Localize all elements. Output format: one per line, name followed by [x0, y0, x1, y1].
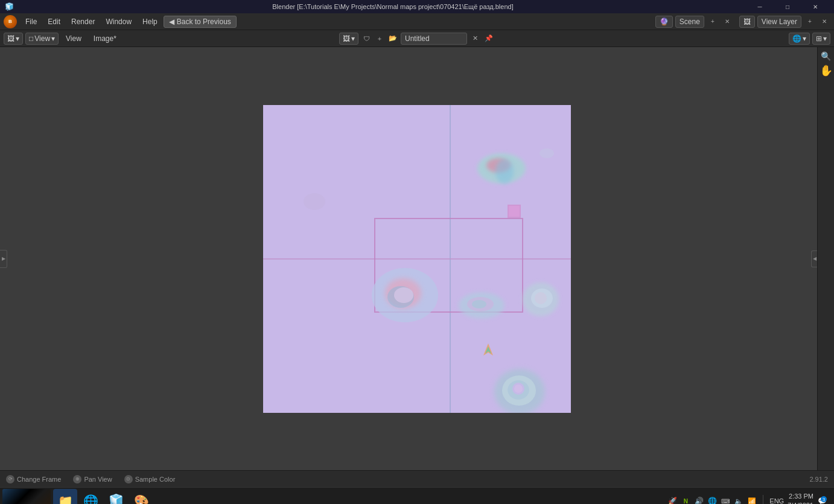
language-indicator[interactable]: ENG [769, 497, 784, 504]
environment-selector[interactable]: 🌐 ▾ [789, 33, 810, 45]
pan-view-icon: ⊕ [73, 475, 81, 483]
taskbar-app-paint[interactable]: 🎨 [129, 489, 153, 504]
svg-point-15 [472, 300, 486, 308]
title-bar-left: 🧊 [5, 2, 14, 11]
editor-type-arrow: ▾ [16, 34, 19, 43]
title-bar: 🧊 Blender [E:\Tutorials E\My Projects\No… [0, 0, 834, 13]
view-layer-new-icon[interactable]: + [804, 16, 816, 28]
change-frame-status: ⟳ Change Frame [6, 475, 61, 483]
image-name-controls: 🛡 + 📂 [360, 33, 399, 45]
scene-new-icon[interactable]: + [707, 16, 719, 28]
taskbar-apps: 📁 🌐 🧊 🎨 [51, 489, 156, 504]
zoom-icon: ⊞ [816, 34, 822, 43]
clock-date: 7/4/2021 [788, 501, 813, 504]
environment-icon: 🌐 [792, 34, 801, 43]
view-layer-type-selector[interactable]: 🖼 [739, 16, 755, 28]
view-arrow: ▾ [51, 34, 55, 43]
status-bar: ⟳ Change Frame ⊕ Pan View ⊙ Sample Color… [0, 470, 834, 487]
view-layer-type-icon: 🖼 [743, 18, 751, 26]
svg-point-30 [304, 193, 325, 210]
zoom-arrow: ▾ [823, 34, 827, 43]
menu-edit[interactable]: Edit [43, 16, 65, 28]
svg-point-31 [540, 148, 554, 158]
taskbar-app-file-manager[interactable]: 📁 [53, 489, 77, 504]
sample-color-icon: ⊙ [124, 475, 133, 483]
volume-icon[interactable]: 🔈 [734, 496, 743, 504]
keyboard-icon[interactable]: ⌨ [721, 496, 730, 504]
svg-point-12 [394, 287, 413, 303]
close-button[interactable]: ✕ [801, 0, 829, 13]
image-new-icon[interactable]: + [374, 33, 386, 45]
scene-type-icon: 🔮 [660, 18, 669, 26]
editor-type-selector[interactable]: 🖼 ▾ [4, 33, 23, 45]
clock-time: 2:33 PM [788, 492, 813, 501]
minimize-button[interactable]: ─ [746, 0, 774, 13]
left-panel-toggle[interactable]: ▶ [0, 250, 7, 268]
view2-menu[interactable]: View [61, 33, 86, 45]
launch-icon[interactable]: 🚀 [667, 496, 677, 504]
tray-divider [763, 495, 763, 504]
window-title: Blender [E:\Tutorials E\My Projects\Norm… [0, 3, 786, 10]
view-layer-name-selector[interactable]: View Layer [757, 16, 801, 28]
taskbar: 📁 🌐 🧊 🎨 🚀 N 🔊 🌐 ⌨ 🔈 📶 ENG 2:33 PM 7/4/20… [0, 487, 834, 504]
svg-point-6 [495, 159, 514, 183]
wifi-icon[interactable]: 📶 [747, 496, 757, 504]
audio-icon[interactable]: 🔊 [694, 496, 704, 504]
system-clock[interactable]: 2:33 PM 7/4/2021 [788, 492, 813, 504]
environment-arrow: ▾ [803, 34, 806, 43]
n-panel-toggle[interactable]: ◀ [811, 250, 817, 267]
notification-icon[interactable]: 💬 3 [817, 496, 827, 504]
back-to-previous-button[interactable]: ◀ Back to Previous [164, 16, 237, 28]
network-icon[interactable]: 🌐 [707, 496, 717, 504]
image-pin-icon[interactable]: 📌 [483, 33, 495, 45]
zoom-selector[interactable]: ⊞ ▾ [812, 33, 830, 45]
main-viewport[interactable]: ▶ [0, 47, 834, 470]
image-name-input[interactable] [401, 33, 467, 45]
view-layer-name-label: View Layer [762, 18, 797, 26]
pan-view-label: Pan View [84, 476, 112, 483]
view-menu[interactable]: □ View ▾ [25, 33, 59, 45]
menu-window[interactable]: Window [101, 16, 136, 28]
taskbar-app-browser[interactable]: 🌐 [78, 489, 103, 504]
maximize-button[interactable]: □ [774, 0, 801, 13]
right-sidebar: 🔍 ✋ [817, 47, 834, 470]
blender-logo: B [4, 15, 17, 28]
view-label: View [34, 34, 50, 43]
taskbar-app-blender[interactable]: 🧊 [104, 489, 128, 504]
back-to-previous-label: Back to Previous [177, 18, 231, 26]
change-frame-icon: ⟳ [6, 475, 14, 483]
scene-close-icon[interactable]: ✕ [721, 16, 733, 28]
scene-name-selector[interactable]: Scene [675, 16, 704, 28]
menu-render[interactable]: Render [66, 16, 100, 28]
image-menu[interactable]: Image* [89, 33, 121, 45]
window-controls[interactable]: ─ □ ✕ [746, 0, 829, 13]
image-protect-icon[interactable]: 🛡 [360, 33, 372, 45]
taskbar-system-tray: 🚀 N 🔊 🌐 ⌨ 🔈 📶 ENG 2:33 PM 7/4/2021 💬 3 [663, 492, 832, 504]
nvidia-icon[interactable]: N [681, 496, 690, 504]
sample-color-status: ⊙ Sample Color [124, 475, 176, 483]
image-type-icon: 🖼 [343, 34, 350, 43]
pan-view-status: ⊕ Pan View [73, 475, 112, 483]
search-tool-button[interactable]: 🔍 [820, 49, 833, 63]
image-name-section: 🖼 ▾ 🛡 + 📂 ✕ 📌 [339, 33, 495, 45]
scene-type-selector[interactable]: 🔮 [655, 16, 673, 28]
view-layer-close-icon[interactable]: ✕ [818, 16, 830, 28]
back-arrow-icon: ◀ [169, 18, 174, 26]
image-canvas [263, 105, 571, 413]
menu-help[interactable]: Help [138, 16, 162, 28]
image-unlink-icon[interactable]: ✕ [469, 33, 481, 45]
sample-color-label: Sample Color [135, 476, 176, 483]
svg-point-18 [535, 292, 547, 304]
image-open-icon[interactable]: 📂 [387, 33, 399, 45]
menu-file[interactable]: File [21, 16, 42, 28]
editor-toolbar: 🖼 ▾ □ View ▾ View Image* 🖼 ▾ 🛡 + 📂 ✕ 📌 🌐… [0, 30, 834, 47]
svg-point-25 [514, 384, 523, 393]
image-type-selector[interactable]: 🖼 ▾ [339, 33, 358, 45]
app-icon: 🧊 [5, 2, 14, 11]
taskbar-left-area [2, 489, 51, 504]
pan-tool-button[interactable]: ✋ [820, 64, 833, 77]
image-type-arrow: ▾ [351, 34, 355, 43]
scene-name-label: Scene [680, 18, 700, 26]
view-icon: □ [29, 34, 33, 43]
svg-rect-8 [509, 206, 520, 217]
